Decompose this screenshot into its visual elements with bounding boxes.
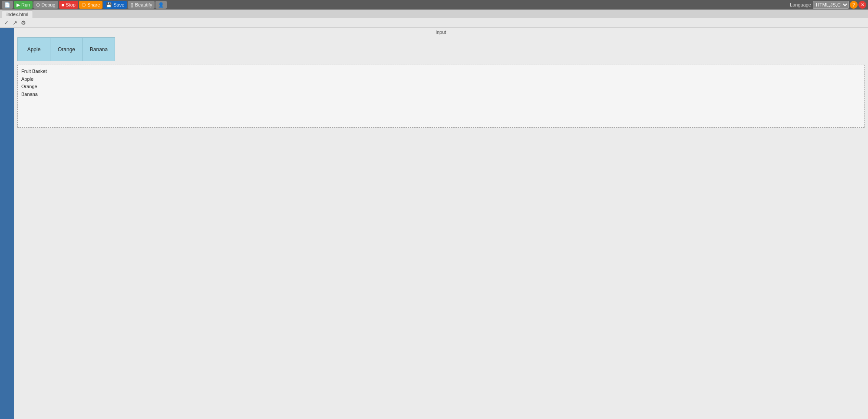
file-tab[interactable]: index.html <box>2 10 33 18</box>
new-icon: 📄 <box>4 2 10 8</box>
preview-label: input <box>14 28 868 37</box>
output-line-3: Orange <box>21 83 861 91</box>
settings-icon: ✕ <box>861 2 865 8</box>
save-icon: 💾 <box>106 2 112 8</box>
language-selector: Language HTML,JS,C HTML JavaScript <box>790 1 849 9</box>
user-button[interactable]: 👤 <box>155 1 167 9</box>
subtoolbar: ✓ ↗ ⚙ <box>0 18 868 28</box>
main-area: input Apple Orange Banana Fruit Basket A… <box>0 28 868 419</box>
new-button[interactable]: 📄 <box>2 1 13 9</box>
stop-button[interactable]: ■ Stop <box>59 1 78 9</box>
debug-button[interactable]: ⊙ Debug <box>33 1 58 9</box>
share-button[interactable]: ⬡ Share <box>79 1 102 9</box>
save-button[interactable]: 💾 Save <box>103 1 127 9</box>
beautify-button[interactable]: {} Beautify <box>128 1 155 9</box>
fruit-tile-orange: Orange <box>50 37 83 61</box>
sidebar <box>0 28 14 419</box>
gear-icon[interactable]: ⚙ <box>20 20 27 26</box>
help-button[interactable]: ? <box>850 1 858 9</box>
run-button[interactable]: ▶ Run <box>14 1 33 9</box>
output-line-1: Fruit Basket <box>21 68 861 76</box>
output-line-4: Banana <box>21 91 861 99</box>
stop-icon: ■ <box>62 2 65 7</box>
user-icon: 👤 <box>158 2 164 8</box>
output-line-2: Apple <box>21 76 861 83</box>
beautify-icon: {} <box>130 2 133 7</box>
expand-icon[interactable]: ↗ <box>11 20 18 26</box>
language-label: Language <box>790 2 811 7</box>
language-dropdown[interactable]: HTML,JS,C HTML JavaScript <box>813 1 849 9</box>
run-icon: ▶ <box>17 2 20 8</box>
fruit-tiles: Apple Orange Banana <box>17 37 868 61</box>
toolbar: 📄 ▶ Run ⊙ Debug ■ Stop ⬡ Share 💾 Save {}… <box>0 0 868 10</box>
preview-area: input Apple Orange Banana Fruit Basket A… <box>14 28 868 419</box>
fruit-tile-banana: Banana <box>83 37 115 61</box>
share-icon: ⬡ <box>82 2 86 8</box>
settings-button[interactable]: ✕ <box>858 1 866 9</box>
output-box: Fruit Basket Apple Orange Banana <box>17 65 865 128</box>
check-icon[interactable]: ✓ <box>3 20 10 26</box>
debug-icon: ⊙ <box>36 2 40 8</box>
help-icon: ? <box>852 2 855 7</box>
fruit-tile-apple: Apple <box>17 37 50 61</box>
tabbar: index.html <box>0 10 868 18</box>
